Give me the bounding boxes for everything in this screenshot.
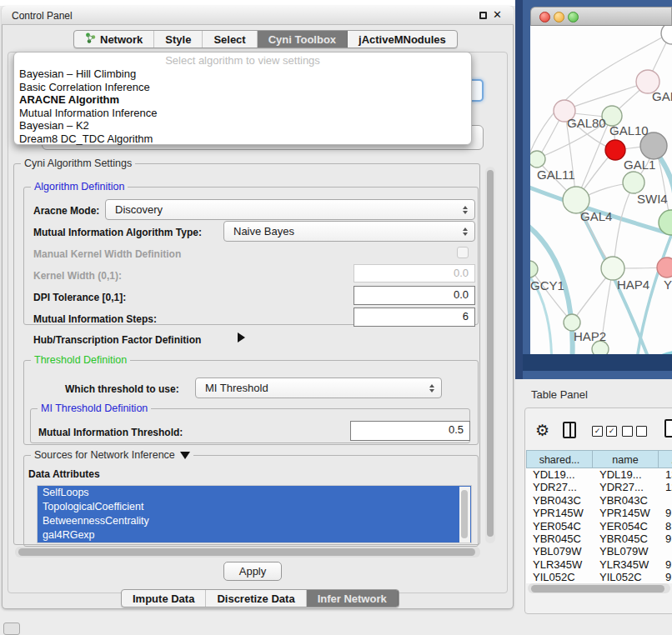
table-row[interactable]: YIL052CYIL052C9: [526, 571, 672, 583]
zoom-traffic-light[interactable]: [568, 12, 579, 22]
control-panel-titlebar[interactable]: [2, 6, 514, 25]
gear-icon[interactable]: ⚙: [535, 421, 549, 439]
close-traffic-light[interactable]: [539, 12, 550, 22]
table-cell: 9: [659, 571, 672, 583]
tab-cyni-toolbox[interactable]: Cyni Toolbox: [258, 31, 348, 48]
table-row[interactable]: YDR27...YDR27...12: [526, 481, 672, 493]
corner-button[interactable]: [3, 622, 20, 635]
table-cell: YPR145W: [593, 507, 659, 519]
network-node[interactable]: [623, 172, 644, 193]
network-window-titlebar[interactable]: [530, 7, 672, 26]
network-node[interactable]: [605, 140, 625, 160]
table-horizontal-scrollbar[interactable]: [528, 583, 670, 593]
table-cell: YIL052C: [526, 571, 593, 583]
aracne-mode-combobox[interactable]: Discovery: [105, 199, 475, 220]
unchecked-checkbox-icon[interactable]: [622, 426, 633, 437]
tab-style[interactable]: Style: [154, 31, 203, 48]
dpi-tolerance-field[interactable]: 0.0: [354, 286, 475, 305]
tab-network[interactable]: Network: [74, 31, 154, 48]
unchecked-checkbox-icon[interactable]: [636, 426, 647, 437]
network-node[interactable]: [564, 314, 580, 331]
table-row[interactable]: YBR043CYBR043C: [526, 494, 672, 507]
network-node[interactable]: [661, 26, 672, 44]
network-node[interactable]: [530, 151, 545, 168]
dropdown-item-mutual-information-inference[interactable]: Mutual Information Inference: [14, 107, 471, 120]
mi-type-combobox[interactable]: Naive Bayes: [223, 221, 475, 242]
expanded-arrow-icon[interactable]: [180, 452, 190, 459]
attribute-item-selfloops[interactable]: SelfLoops: [38, 486, 471, 500]
attribute-item-topologicalcoefficient[interactable]: TopologicalCoefficient: [38, 500, 471, 514]
manual-kernel-checkbox[interactable]: [457, 247, 469, 258]
network-node[interactable]: [601, 257, 624, 280]
network-graph[interactable]: GALGAL80GAL10GAL1GAL11GAL4SWI4GCY1HAP4YH…: [530, 26, 672, 354]
tab-impute-data[interactable]: Impute Data: [122, 590, 206, 607]
close-window-icon[interactable]: ✕: [493, 8, 502, 21]
which-threshold-combobox[interactable]: MI Threshold: [195, 378, 442, 398]
manual-kernel-label: Manual Kernel Width Definition: [33, 248, 181, 260]
minimize-traffic-light[interactable]: [554, 12, 564, 22]
float-window-icon[interactable]: [479, 12, 487, 19]
tab-select[interactable]: Select: [203, 31, 257, 48]
collapsed-arrow-icon[interactable]: [238, 332, 245, 342]
aracne-mode-value: Discovery: [115, 203, 163, 216]
attributes-scrollbar-thumb[interactable]: [461, 490, 468, 538]
table-row[interactable]: YER054CYER054C8.: [526, 520, 672, 532]
dpi-tolerance-label: DPI Tolerance [0,1]:: [33, 292, 126, 303]
table-row[interactable]: YLR345WYLR345W9.: [526, 558, 672, 571]
table-cell: YDL19...: [526, 468, 593, 481]
tab-discretize-data[interactable]: Discretize Data: [206, 590, 306, 607]
table-row[interactable]: YPR145WYPR145W9.: [526, 507, 672, 519]
tab-jactivemnodules[interactable]: jActiveMNodules: [348, 31, 457, 48]
network-edge: [637, 229, 672, 354]
table-row[interactable]: YDL19...YDL19...13: [526, 468, 672, 481]
dropdown-item-dream8-dc-tdc-algorithm[interactable]: Dream8 DC_TDC Algorithm: [14, 132, 471, 146]
column-header-name[interactable]: name: [593, 450, 659, 468]
table-row[interactable]: YBR045CYBR045C9.: [526, 532, 672, 545]
dropdown-item-basic-correlation-inference[interactable]: Basic Correlation Inference: [14, 81, 471, 94]
network-node[interactable]: [657, 258, 672, 278]
threshold-definition-title: Threshold Definition: [31, 354, 130, 366]
dropdown-item-bayesian-hill-climbing[interactable]: Bayesian – Hill Climbing: [14, 68, 471, 81]
table-cell: YBR045C: [526, 532, 593, 545]
network-view[interactable]: GALGAL80GAL10GAL1GAL11GAL4SWI4GCY1HAP4YH…: [530, 26, 672, 354]
select-all-checkboxes[interactable]: ✓ ✓: [592, 426, 617, 437]
kernel-width-field[interactable]: 0.0: [354, 264, 475, 282]
aracne-mode-label: Aracne Mode:: [33, 205, 99, 217]
mi-threshold-field[interactable]: 0.5: [350, 421, 470, 441]
network-node[interactable]: [530, 261, 538, 278]
settings-vertical-scrollbar[interactable]: [485, 167, 495, 543]
column-header-a[interactable]: A: [659, 450, 672, 468]
table-cell: 8.: [659, 520, 672, 532]
node-label-gal80: GAL80: [567, 116, 606, 130]
attributes-scrollbar[interactable]: [459, 487, 470, 543]
mi-steps-label: Mutual Information Steps:: [33, 313, 157, 325]
window-shadow-bottom: [523, 354, 672, 371]
document-icon[interactable]: [664, 419, 672, 438]
apply-button[interactable]: Apply: [223, 562, 282, 581]
settings-horizontal-scrollbar[interactable]: [15, 547, 480, 558]
node-label-gcy1: GCY1: [530, 278, 564, 292]
table-cell: YBR043C: [526, 494, 593, 507]
table-row[interactable]: YBL079WYBL079W: [526, 545, 672, 558]
columns-icon[interactable]: [563, 422, 576, 438]
main-tab-bar: NetworkStyleSelectCyni ToolboxjActiveMNo…: [73, 30, 458, 48]
settings-hscrollbar-thumb[interactable]: [18, 548, 475, 556]
table-hscrollbar-thumb[interactable]: [531, 585, 664, 592]
which-threshold-value: MI Threshold: [205, 382, 268, 394]
attribute-item-gal4rgexp[interactable]: gal4RGexp: [38, 528, 471, 542]
network-edge: [614, 184, 634, 266]
checked-checkbox-icon[interactable]: ✓: [592, 426, 603, 437]
dropdown-item-aracne-algorithm[interactable]: ARACNE Algorithm: [14, 93, 471, 107]
algorithm-combobox-arrow[interactable]: [470, 79, 484, 102]
dropdown-item-bayesian-k2[interactable]: Bayesian – K2: [14, 119, 471, 132]
attribute-item-betweennesscentrality[interactable]: BetweennessCentrality: [38, 514, 471, 528]
data-attributes-label: Data Attributes: [28, 468, 100, 480]
tab-infer-network[interactable]: Infer Network: [307, 590, 399, 607]
checked-checkbox-icon[interactable]: ✓: [606, 426, 617, 437]
column-header-shared[interactable]: shared...: [526, 450, 593, 468]
algorithm-definition-title: Algorithm Definition: [31, 181, 128, 192]
settings-scrollbar-thumb[interactable]: [487, 170, 494, 537]
mi-steps-field[interactable]: 6: [354, 308, 475, 327]
data-attributes-list[interactable]: SelfLoopsTopologicalCoefficientBetweenne…: [37, 485, 472, 543]
deselect-all-checkboxes[interactable]: [622, 426, 647, 437]
